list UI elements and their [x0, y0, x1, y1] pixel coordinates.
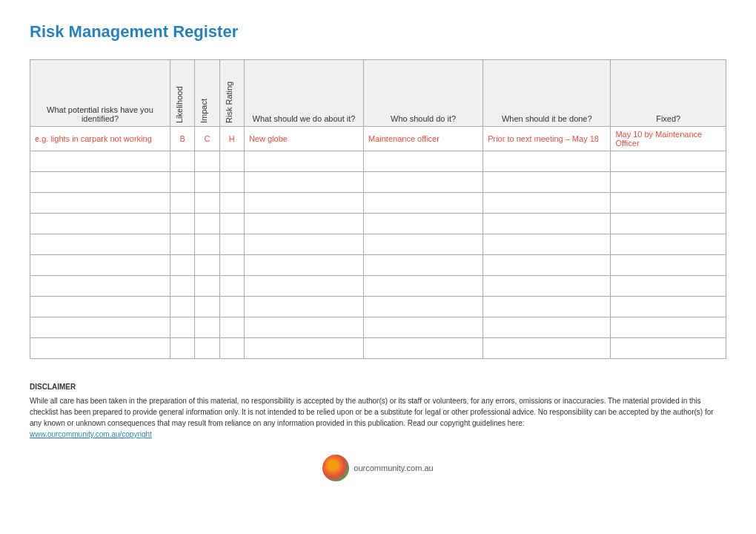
table-row	[30, 255, 726, 276]
table-cell	[219, 317, 244, 338]
table-cell	[195, 234, 219, 255]
col-header-rating-label: Risk Rating	[225, 64, 233, 123]
table-cell	[611, 214, 726, 234]
example-row: e.g. lights in carpark not working B C H…	[30, 127, 726, 151]
table-cell	[611, 234, 726, 255]
risk-register-table: What potential risks have you identified…	[30, 59, 726, 359]
col-header-who: Who should do it?	[364, 60, 483, 127]
table-cell	[364, 317, 483, 338]
table-row	[30, 172, 726, 193]
col-header-fixed: Fixed?	[611, 60, 726, 127]
table-cell	[170, 255, 194, 276]
table-cell	[364, 276, 483, 297]
table-cell	[483, 317, 611, 338]
table-row	[30, 151, 726, 172]
table-cell	[170, 193, 194, 214]
col-header-impact-label: Impact	[199, 64, 208, 123]
table-cell	[195, 255, 219, 276]
table-cell	[30, 172, 170, 193]
table-cell	[364, 297, 483, 317]
example-impact: C	[195, 127, 219, 151]
table-cell	[170, 317, 194, 338]
table-cell	[195, 276, 219, 297]
table-cell	[195, 172, 219, 193]
table-cell	[170, 234, 194, 255]
table-cell	[219, 234, 244, 255]
table-cell	[195, 214, 219, 234]
table-cell	[30, 214, 170, 234]
table-cell	[244, 151, 363, 172]
col-header-when: When should it be done?	[483, 60, 611, 127]
table-cell	[364, 234, 483, 255]
table-cell	[219, 255, 244, 276]
table-cell	[364, 214, 483, 234]
col-header-risk: What potential risks have you identified…	[30, 60, 170, 127]
col-header-impact: Impact	[195, 60, 219, 127]
example-likelihood: B	[170, 127, 194, 151]
table-cell	[170, 276, 194, 297]
col-header-likelihood-label: Likelihood	[175, 64, 184, 123]
table-cell	[611, 338, 726, 359]
table-row	[30, 234, 726, 255]
table-cell	[611, 151, 726, 172]
table-cell	[611, 193, 726, 214]
table-cell	[244, 172, 363, 193]
table-cell	[483, 172, 611, 193]
table-cell	[364, 172, 483, 193]
example-who: Maintenance officer	[364, 127, 483, 151]
table-cell	[195, 151, 219, 172]
table-row	[30, 214, 726, 234]
table-cell	[244, 338, 363, 359]
logo-icon	[322, 455, 349, 481]
disclaimer-text: While all care has been taken in the pre…	[30, 395, 726, 440]
table-cell	[611, 317, 726, 338]
table-cell	[195, 317, 219, 338]
table-cell	[170, 172, 194, 193]
table-cell	[30, 297, 170, 317]
col-header-what-label: What should we do about it?	[253, 114, 356, 123]
table-cell	[30, 193, 170, 214]
table-cell	[611, 276, 726, 297]
col-header-fixed-label: Fixed?	[656, 114, 680, 123]
table-cell	[244, 255, 363, 276]
disclaimer-link[interactable]: www.ourcommunity.com.au/copyright	[30, 430, 152, 438]
table-cell	[219, 214, 244, 234]
table-cell	[244, 317, 363, 338]
table-cell	[483, 214, 611, 234]
table-cell	[483, 193, 611, 214]
table-cell	[195, 193, 219, 214]
table-cell	[219, 297, 244, 317]
table-cell	[244, 214, 363, 234]
table-cell	[483, 234, 611, 255]
table-cell	[219, 276, 244, 297]
example-risk: e.g. lights in carpark not working	[30, 127, 170, 151]
table-cell	[170, 338, 194, 359]
table-cell	[244, 193, 363, 214]
table-cell	[30, 276, 170, 297]
table-cell	[219, 172, 244, 193]
table-cell	[611, 255, 726, 276]
table-cell	[244, 234, 363, 255]
table-cell	[483, 276, 611, 297]
disclaimer-title: DISCLAIMER	[30, 381, 726, 392]
table-cell	[170, 297, 194, 317]
table-cell	[30, 317, 170, 338]
example-when: Prior to next meeting – May 18	[483, 127, 611, 151]
table-cell	[483, 297, 611, 317]
table-cell	[30, 234, 170, 255]
table-cell	[219, 338, 244, 359]
table-row	[30, 317, 726, 338]
table-cell	[364, 255, 483, 276]
example-what: New globe	[244, 127, 363, 151]
col-header-rating: Risk Rating	[219, 60, 244, 127]
table-cell	[170, 151, 194, 172]
table-cell	[244, 297, 363, 317]
table-cell	[30, 151, 170, 172]
table-cell	[483, 255, 611, 276]
footer-logo-text: ourcommunity.com.au	[354, 464, 433, 472]
table-cell	[364, 338, 483, 359]
example-fixed: May 10 by Maintenance Officer	[611, 127, 726, 151]
col-header-likelihood: Likelihood	[170, 60, 194, 127]
table-cell	[483, 338, 611, 359]
table-cell	[483, 151, 611, 172]
